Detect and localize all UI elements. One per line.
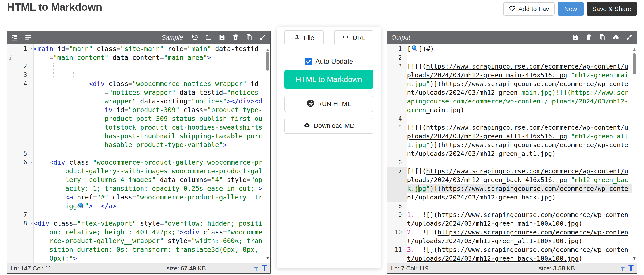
line-number: 6 [388,158,407,167]
code-line-block: 4<div class="woocommerce-notices-wrapper… [7,79,265,149]
heart-icon [509,5,516,13]
main-row: Sample 1▾i<main id="main" class="site-ma… [6,30,638,274]
new-button[interactable]: New [558,2,584,16]
cursor-position: Ln: 147 Col: 11 [10,265,118,272]
font-size-large-toggle[interactable]: T [262,264,267,273]
code-line[interactable]: 3. ![](https://www.scrapingcourse.com/ec… [407,245,631,263]
cursor-position: Ln: 7 Col: 119 [391,265,493,272]
code-line-block: 102. ![](https://www.scrapingcourse.com/… [388,228,631,245]
fold-arrow-icon[interactable]: ▾ [30,219,32,228]
markdown-output-panel: Output 1[](#)23[![](https://www.scraping… [387,30,638,274]
code-line-block: 7 [7,210,265,219]
code-line[interactable] [34,62,265,71]
code-line-block: 8▾<div class="flex-viewport" style="over… [7,219,265,263]
code-line[interactable] [407,158,631,167]
history-icon[interactable] [191,34,199,41]
output-scrollbar[interactable]: ▲ ▼ [632,44,637,263]
convert-button[interactable]: HTML to Markdown [284,70,374,89]
code-line-block: 3 [7,71,265,79]
download-md-button[interactable]: Download MD [284,118,374,134]
upload-icon [294,34,300,42]
output-toolbar: Output [388,31,637,44]
line-number: 10 [388,228,407,245]
code-line[interactable]: [![](https://www.scrapingcourse.com/ecom… [407,167,631,202]
scrollbar-thumb[interactable] [633,53,636,74]
line-number: 11 [388,245,407,263]
code-line-block: 5[![](https://www.scrapingcourse.com/eco… [388,123,631,158]
source-statusbar: Ln: 147 Col: 11 size: 67.49 KB T T [7,263,270,273]
save-icon[interactable] [218,34,226,41]
file-upload-button[interactable]: File [284,30,324,45]
magnifier-icon [411,45,419,52]
code-line[interactable] [407,114,631,123]
code-line[interactable]: [![](https://www.scrapingcourse.com/ecom… [407,123,631,158]
line-number: 4 [388,114,407,123]
expand-icon[interactable] [259,34,266,41]
align-icon[interactable] [24,34,32,41]
fold-arrow-icon[interactable]: ▾ [30,44,32,53]
line-number: 8▾ [7,219,34,263]
code-line[interactable] [407,202,631,210]
code-line-block: 6 [388,158,631,167]
font-size-small-toggle[interactable]: T [254,266,258,273]
font-size-large-toggle[interactable]: T [628,264,634,273]
trash-icon[interactable] [585,34,592,41]
magnifier-icon [93,202,101,209]
code-line[interactable] [34,149,265,158]
save-share-button[interactable]: Save & Share [586,2,637,16]
line-number: 3 [7,71,34,79]
copy-icon[interactable] [598,34,606,41]
scroll-down-icon[interactable]: ▼ [632,254,637,262]
code-line[interactable] [34,210,265,219]
fold-arrow-icon[interactable]: ▾ [30,158,32,167]
markdown-output-editor[interactable]: 1[](#)23[![](https://www.scrapingcourse.… [388,44,637,263]
code-line[interactable]: <div class="woocommerce-product-gallery … [34,158,265,210]
trash-icon[interactable] [232,34,239,41]
scroll-down-icon[interactable]: ▼ [265,254,270,262]
code-line[interactable]: <div class="flex-viewport" style="overfl… [34,219,265,263]
code-line-block: 2 [388,53,631,62]
line-number: 5 [7,149,34,158]
info-marker-icon: i [9,53,11,62]
auto-update-checkbox[interactable] [305,58,312,65]
add-to-fav-button[interactable]: Add to Fav [503,2,555,16]
code-line[interactable] [407,263,631,263]
copy-icon[interactable] [246,34,253,41]
save-icon[interactable] [572,34,579,41]
code-line[interactable]: [![](https://www.scrapingcourse.com/ecom… [407,62,631,114]
expand-icon[interactable] [626,34,633,41]
code-line[interactable]: 1. ![](https://www.scrapingcourse.com/ec… [407,210,631,228]
line-number: 7 [7,210,34,219]
source-scrollbar[interactable]: ▲ ▼ [265,44,270,263]
run-html-button[interactable]: RUN HTML [284,96,374,112]
code-line-block: 12 [388,263,631,263]
scrollbar-thumb[interactable] [266,52,270,71]
line-number: 12 [388,263,407,263]
controls-card: File URL Auto Update HTML to Markdown RU… [277,27,381,269]
line-number: 1 [388,44,407,53]
sample-label: Sample [162,34,183,41]
html-code-editor[interactable]: 1▾i<main id="main" class="site-main" rol… [7,44,270,263]
font-size-small-toggle[interactable]: T [621,266,624,273]
code-line[interactable]: <div class="woocommerce-notices-wrapper"… [34,79,265,149]
folder-icon[interactable] [205,34,212,41]
code-line[interactable]: 2. ![](https://www.scrapingcourse.com/ec… [407,228,631,245]
indent-icon[interactable] [11,34,18,41]
cloud-download-icon[interactable] [612,34,620,41]
link-icon [342,34,350,42]
line-number: 6▾ [7,158,34,210]
output-statusbar: Ln: 7 Col: 119 size: 3.58 KB T T [388,263,637,273]
file-size: size: 67.49 KB [118,265,254,272]
code-line[interactable]: <main id="main" class="site-main" role="… [34,44,265,62]
code-line[interactable] [34,71,265,79]
file-size: size: 3.58 KB [493,265,621,272]
url-button[interactable]: URL [334,30,374,45]
code-line-block: 1▾i<main id="main" class="site-main" rol… [7,44,265,62]
scroll-up-icon[interactable]: ▲ [632,45,637,54]
code-line[interactable] [407,53,631,62]
line-number: 2 [7,62,34,71]
line-number: 4 [7,79,34,149]
code-line-block: 3[![](https://www.scrapingcourse.com/eco… [388,62,631,114]
code-line[interactable]: [](#) [407,44,631,53]
code-line-block: 4 [388,114,631,123]
